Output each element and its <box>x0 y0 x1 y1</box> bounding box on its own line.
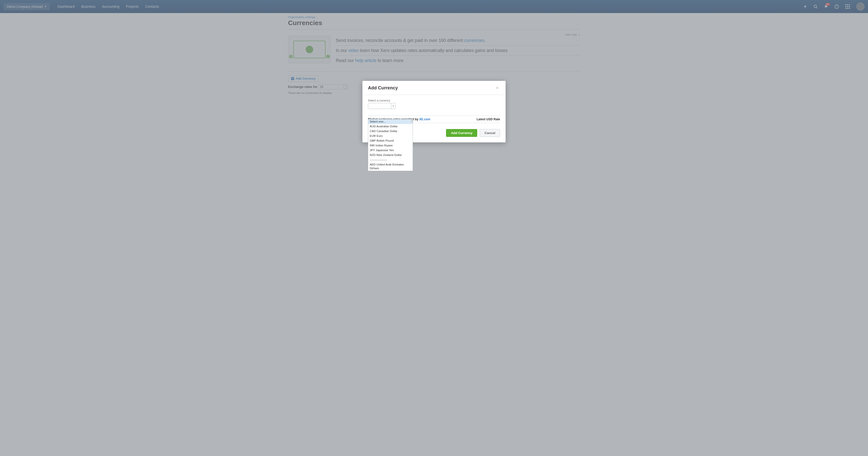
modal-overlay <box>0 0 868 94</box>
modal-title: Add Currency <box>368 86 398 91</box>
add-currency-modal: Add Currency × Select a currency ▼ Marke… <box>363 81 505 94</box>
modal-close-button[interactable]: × <box>494 85 500 91</box>
